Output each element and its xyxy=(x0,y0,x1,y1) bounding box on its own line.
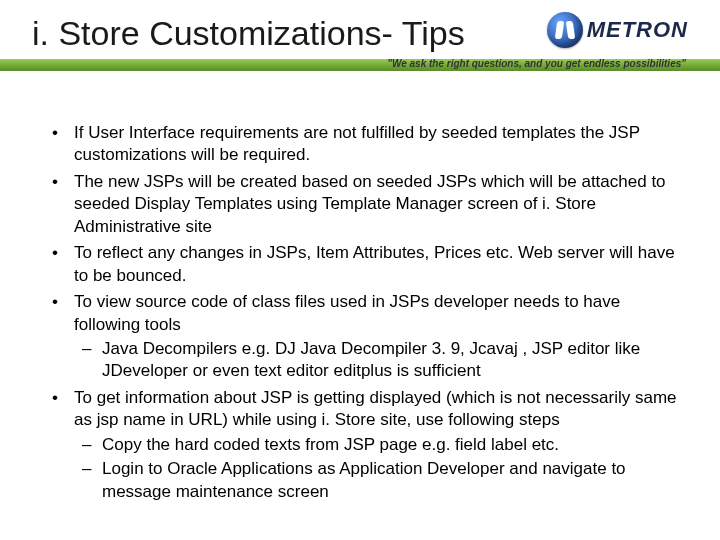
bullet-text: To view source code of class files used … xyxy=(74,292,620,333)
slide-header: i. Store Customizations- Tips METRON "We… xyxy=(0,0,720,100)
bullet-text: If User Interface requirements are not f… xyxy=(74,123,640,164)
brand-logo: METRON xyxy=(547,12,688,48)
bullet-item: The new JSPs will be created based on se… xyxy=(48,171,680,238)
bullet-item: To reflect any changes in JSPs, Item Att… xyxy=(48,242,680,287)
bullet-item: To get information about JSP is getting … xyxy=(48,387,680,503)
sub-bullet-item: Login to Oracle Applications as Applicat… xyxy=(74,458,680,503)
slide-body: If User Interface requirements are not f… xyxy=(0,100,720,503)
bullet-item: If User Interface requirements are not f… xyxy=(48,122,680,167)
brand-block: METRON "We ask the right questions, and … xyxy=(387,12,688,69)
metron-logo-icon xyxy=(547,12,583,48)
sub-bullet-item: Java Decompilers e.g. DJ Java Decompiler… xyxy=(74,338,680,383)
bullet-text: The new JSPs will be created based on se… xyxy=(74,172,666,236)
sub-bullet-item: Copy the hard coded texts from JSP page … xyxy=(74,434,680,456)
sub-bullet-list: Java Decompilers e.g. DJ Java Decompiler… xyxy=(74,338,680,383)
brand-tagline: "We ask the right questions, and you get… xyxy=(387,58,686,69)
bullet-text: To reflect any changes in JSPs, Item Att… xyxy=(74,243,675,284)
bullet-text: To get information about JSP is getting … xyxy=(74,388,677,429)
sub-bullet-list: Copy the hard coded texts from JSP page … xyxy=(74,434,680,503)
bullet-list: If User Interface requirements are not f… xyxy=(48,122,680,503)
bullet-item: To view source code of class files used … xyxy=(48,291,680,383)
brand-name: METRON xyxy=(587,17,688,43)
